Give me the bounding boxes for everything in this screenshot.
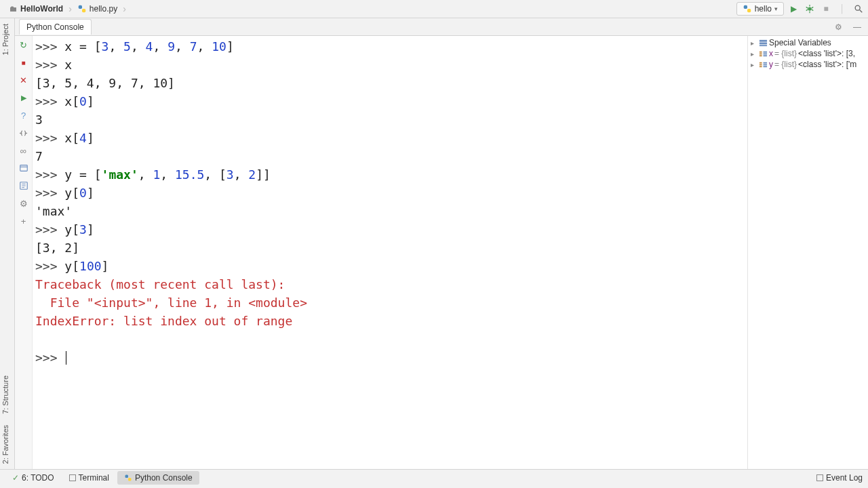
event-log-icon [816, 474, 823, 481]
top-bar: 🖿 HelloWorld › hello.py › hello ▾ ▶ ■ │ [0, 0, 868, 18]
execute-button[interactable]: ▶ [18, 92, 30, 104]
variable-x-row[interactable]: ▸ x = {list} <class 'list'>: [3, [749, 48, 867, 59]
run-config-selector[interactable]: hello ▾ [736, 2, 784, 16]
svg-point-4 [808, 7, 811, 10]
console-line: 'max' [35, 204, 72, 218]
settings-button[interactable]: ⚙ [18, 197, 30, 209]
svg-rect-21 [760, 45, 767, 46]
project-tool-tab[interactable]: 1: Project [0, 18, 14, 60]
browse-history-button[interactable] [18, 180, 30, 192]
console-line: >>> y = ['max', 1, 15.5, [3, 2]] [35, 167, 271, 182]
breadcrumb: 🖿 HelloWorld › hello.py › [3, 3, 126, 15]
svg-rect-32 [764, 64, 768, 65]
expand-icon[interactable]: ▸ [751, 39, 757, 47]
close-button[interactable]: ✕ [18, 74, 30, 86]
breadcrumb-project[interactable]: 🖿 HelloWorld [5, 3, 67, 15]
console-line: >>> x[4] [35, 131, 94, 145]
breadcrumb-file[interactable]: hello.py [73, 3, 121, 15]
bottom-bar: ✓6: TODO Terminal Python Console Event L… [0, 469, 868, 485]
stop-button[interactable]: ■ [18, 56, 30, 68]
console-line: >>> y[3] [35, 222, 94, 237]
structure-tool-tab[interactable]: 7: Structure [0, 370, 14, 420]
console-line: [3, 5, 4, 9, 7, 10] [35, 76, 175, 90]
svg-line-10 [812, 7, 814, 8]
terminal-tab[interactable]: Terminal [62, 471, 116, 485]
svg-rect-22 [760, 51, 762, 52]
console-line: >>> x [35, 58, 72, 72]
run-button[interactable]: ▶ [787, 2, 800, 16]
console-line: >>> y[0] [35, 186, 94, 200]
svg-rect-25 [764, 51, 768, 52]
svg-rect-19 [760, 39, 767, 41]
svg-rect-34 [125, 474, 128, 478]
text-cursor [66, 351, 66, 365]
chevron-right-icon: › [123, 3, 126, 14]
svg-rect-0 [79, 5, 82, 9]
event-log-button[interactable]: Event Log [816, 473, 863, 483]
stop-button[interactable]: ■ [819, 2, 833, 16]
todo-tab[interactable]: ✓6: TODO [5, 471, 61, 485]
console-line: [3, 2] [35, 241, 79, 255]
left-tool-stripe: 1: Project 7: Structure 2: Favorites [0, 18, 15, 469]
svg-rect-30 [760, 66, 762, 67]
svg-rect-31 [764, 62, 768, 63]
console-line: >>> x[0] [35, 94, 94, 108]
console-error-line: File "<input>", line 1, in <module> [35, 296, 307, 310]
console-gutter: ↻ ■ ✕ ▶ ? ∞ ⚙ + [15, 36, 33, 469]
separator: │ [835, 2, 849, 16]
python-console-tab[interactable]: Python Console [117, 471, 199, 485]
console-line: >>> x = [3, 5, 4, 9, 7, 10] [35, 39, 234, 54]
variables-panel: ▸ Special Variables ▸ x = {list} <class … [747, 36, 868, 469]
console-tab[interactable]: Python Console [19, 19, 92, 35]
svg-point-11 [855, 5, 860, 10]
favorites-tool-tab[interactable]: 2: Favorites [0, 420, 14, 469]
svg-rect-20 [760, 42, 767, 44]
minimize-icon[interactable]: — [850, 20, 864, 34]
python-icon [124, 474, 132, 482]
list-var-icon [759, 49, 768, 58]
svg-rect-24 [760, 55, 762, 56]
console-line: 7 [35, 149, 43, 163]
list-var-icon [759, 60, 768, 69]
console-error-line: Traceback (most recent call last): [35, 277, 285, 291]
svg-rect-29 [760, 64, 762, 65]
svg-rect-28 [760, 62, 762, 63]
console-error-line: IndexError: list index out of range [35, 314, 292, 328]
folder-icon: 🖿 [9, 4, 18, 14]
python-icon [77, 4, 87, 14]
console-panel: Python Console ⚙ — ↻ ■ ✕ ▶ ? ∞ ⚙ + >>> x… [15, 18, 868, 469]
svg-rect-13 [20, 165, 27, 171]
expand-icon[interactable]: ▸ [751, 61, 757, 68]
top-right-toolbar: hello ▾ ▶ ■ │ [736, 2, 865, 16]
console-line: >>> y[100] [35, 259, 108, 273]
add-button[interactable]: + [18, 215, 30, 227]
svg-line-7 [806, 7, 808, 8]
svg-rect-1 [82, 9, 85, 12]
help-button[interactable]: ? [18, 109, 30, 121]
svg-line-9 [806, 9, 808, 11]
svg-rect-2 [743, 5, 747, 9]
svg-rect-27 [764, 55, 768, 56]
python-icon [743, 4, 752, 14]
chevron-right-icon: › [68, 3, 72, 14]
debug-attach-button[interactable] [18, 127, 30, 139]
console-output[interactable]: >>> x = [3, 5, 4, 9, 7, 10] >>> x [3, 5,… [33, 36, 747, 469]
console-line: 3 [35, 113, 43, 127]
vars-group-icon [759, 39, 768, 47]
svg-line-8 [812, 9, 814, 11]
toggle-vars-button[interactable]: ∞ [18, 144, 30, 157]
expand-icon[interactable]: ▸ [751, 50, 757, 58]
svg-rect-23 [760, 53, 762, 54]
search-button[interactable] [852, 2, 865, 16]
console-prompt-line[interactable]: >>> [35, 350, 66, 365]
settings-gear-icon[interactable]: ⚙ [831, 20, 845, 34]
svg-rect-33 [764, 66, 768, 67]
new-console-button[interactable] [18, 162, 30, 174]
svg-line-12 [860, 10, 863, 13]
special-variables-row[interactable]: ▸ Special Variables [749, 37, 867, 48]
rerun-button[interactable]: ↻ [18, 39, 30, 51]
debug-button[interactable] [803, 2, 816, 16]
svg-rect-35 [128, 478, 132, 481]
svg-rect-26 [764, 53, 768, 54]
variable-y-row[interactable]: ▸ y = {list} <class 'list'>: ['m [749, 59, 867, 70]
